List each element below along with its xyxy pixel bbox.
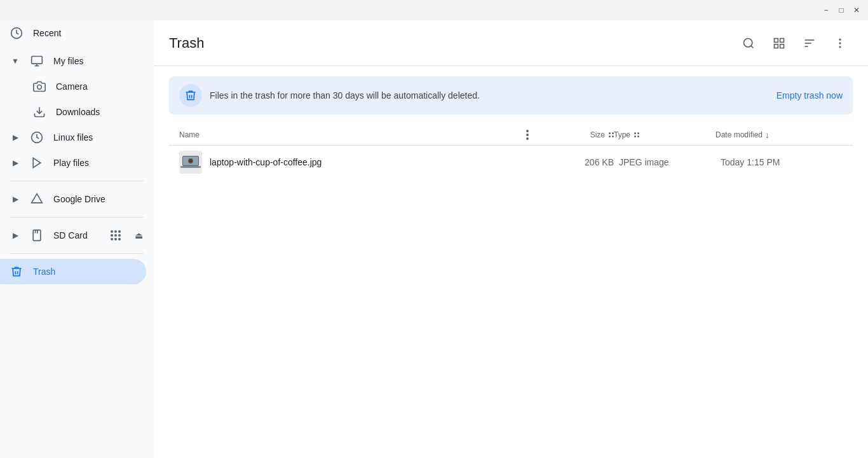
expand-icon-play: ▶: [10, 158, 20, 168]
downloads-icon: [33, 106, 46, 118]
sidebar-item-myfiles[interactable]: ▼ My files: [0, 48, 146, 74]
main-content: Trash: [154, 20, 868, 458]
file-content: Files in the trash for more than 30 days…: [154, 66, 868, 458]
svg-marker-8: [32, 194, 43, 203]
close-button[interactable]: ✕: [850, 4, 863, 17]
col-header-size[interactable]: Size: [538, 130, 614, 139]
file-name-cell: laptop-with-cup-of-coffee.jpg: [202, 157, 517, 167]
sdcard-actions: ⏏: [105, 225, 154, 246]
sidebar-item-googledrive[interactable]: ▶ Google Drive: [0, 186, 146, 212]
svg-point-28: [189, 160, 193, 163]
more-actions-button[interactable]: [827, 31, 853, 56]
expand-icon-sd: ▶: [10, 230, 20, 240]
svg-point-12: [744, 38, 752, 46]
sidebar: Recent ▼ My files: [0, 20, 154, 458]
empty-trash-button[interactable]: Empty trash now: [776, 90, 843, 101]
svg-point-21: [839, 39, 841, 40]
sidebar-item-sdcard-label: SD Card: [53, 230, 88, 240]
svg-point-23: [839, 46, 841, 48]
sdcard-eject-button[interactable]: ⏏: [128, 225, 149, 246]
sidebar-item-sdcard[interactable]: ▶ SD Card: [0, 223, 105, 248]
sidebar-item-camera[interactable]: Camera: [0, 74, 146, 99]
title-bar: − □ ✕: [0, 0, 868, 20]
col-header-date[interactable]: Date modified ↓: [715, 130, 843, 140]
table-header: Name Size: [169, 125, 853, 146]
sidebar-section-myfiles: ▼ My files Camera: [0, 48, 154, 125]
file-thumbnail: [179, 151, 202, 174]
col-size-label: Size: [590, 130, 605, 139]
trash-icon: [10, 265, 23, 278]
svg-rect-15: [780, 38, 784, 42]
expand-icon-linux: ▶: [10, 132, 20, 142]
sidebar-sdcard-row: ▶ SD Card: [0, 223, 154, 248]
sort-down-icon: ↓: [765, 130, 770, 140]
svg-rect-14: [775, 38, 778, 42]
sidebar-divider-3: [10, 253, 144, 254]
file-type: JPEG image: [614, 157, 715, 167]
sidebar-item-downloads-label: Downloads: [56, 107, 100, 117]
sidebar-divider-1: [10, 181, 144, 181]
sdcard-icon: [31, 229, 43, 242]
file-date: Today 1:15 PM: [715, 157, 843, 167]
sidebar-item-trash-label: Trash: [33, 267, 55, 277]
sidebar-divider-2: [10, 217, 144, 218]
header-actions: [736, 31, 853, 56]
col-date-label: Date modified: [715, 130, 763, 139]
sidebar-item-recent[interactable]: Recent: [0, 20, 146, 46]
col-name-label: Name: [179, 130, 200, 139]
file-type-cell: JPEG image: [614, 157, 715, 167]
table-row[interactable]: laptop-with-cup-of-coffee.jpg 206 KB JPE…: [169, 146, 853, 179]
svg-marker-7: [33, 158, 41, 168]
googledrive-icon: [31, 193, 43, 205]
svg-point-22: [839, 43, 841, 44]
file-table: Name Size: [169, 125, 853, 179]
grid-dots-icon: [111, 230, 121, 240]
svg-point-4: [37, 85, 42, 90]
col-header-name[interactable]: Name: [179, 130, 517, 139]
app: Recent ▼ My files: [0, 20, 868, 458]
minimize-button[interactable]: −: [820, 4, 832, 17]
info-banner: Files in the trash for more than 30 days…: [169, 76, 853, 114]
playfiles-icon: [31, 156, 43, 169]
header: Trash: [154, 20, 868, 66]
sidebar-item-trash[interactable]: Trash: [0, 259, 146, 284]
sidebar-item-recent-label: Recent: [33, 28, 61, 38]
svg-rect-29: [180, 166, 201, 168]
svg-rect-17: [780, 44, 784, 48]
file-size: 206 KB: [538, 157, 614, 167]
sidebar-item-downloads[interactable]: Downloads: [0, 99, 146, 125]
col-header-more: [517, 130, 538, 140]
page-title: Trash: [169, 35, 736, 52]
banner-message: Files in the trash for more than 30 days…: [210, 90, 769, 101]
maximize-button[interactable]: □: [835, 4, 848, 17]
file-size-cell: 206 KB: [538, 157, 614, 167]
grid-view-button[interactable]: [766, 31, 792, 56]
svg-rect-16: [775, 44, 778, 48]
sidebar-item-myfiles-label: My files: [53, 56, 83, 66]
sidebar-item-camera-label: Camera: [56, 81, 88, 92]
sidebar-item-linuxfiles-label: Linux files: [53, 132, 93, 142]
svg-line-13: [751, 45, 754, 48]
col-header-type[interactable]: Type: [614, 130, 715, 139]
file-name: laptop-with-cup-of-coffee.jpg: [210, 157, 322, 167]
expand-icon-myfiles: ▼: [10, 56, 20, 66]
col-type-label: Type: [614, 130, 630, 139]
header-dots-icon: [526, 130, 529, 140]
expand-icon-drive: ▶: [10, 194, 20, 204]
search-button[interactable]: [736, 31, 761, 56]
linuxfiles-icon: [31, 131, 43, 144]
banner-icon: [179, 84, 202, 107]
camera-icon: [33, 80, 46, 93]
file-date-cell: Today 1:15 PM: [715, 157, 843, 167]
sdcard-dots-button[interactable]: [105, 225, 126, 246]
recent-icon: [10, 27, 23, 39]
sidebar-item-playfiles-label: Play files: [53, 158, 89, 168]
sidebar-item-playfiles[interactable]: ▶ Play files: [0, 150, 146, 176]
sidebar-item-linuxfiles[interactable]: ▶ Linux files: [0, 125, 146, 150]
size-col-dots-icon: [609, 132, 614, 137]
sidebar-item-googledrive-label: Google Drive: [53, 194, 105, 204]
sort-button[interactable]: [797, 31, 822, 56]
svg-rect-1: [32, 57, 43, 64]
myfiles-icon: [31, 55, 43, 67]
